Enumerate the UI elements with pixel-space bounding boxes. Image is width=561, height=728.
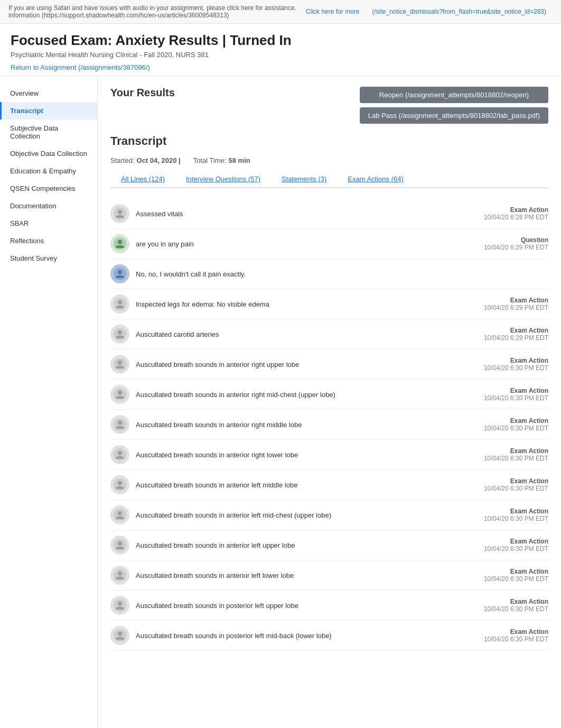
row-type: Exam Action (464, 357, 548, 364)
transcript-text: Auscultated breath sounds in anterior ri… (136, 391, 457, 399)
filter-tab-1[interactable]: Interview Questions (57) (175, 171, 271, 188)
row-type: Exam Action (464, 568, 548, 575)
filter-tab-2[interactable]: Statements (3) (271, 171, 337, 188)
lab-pass-button[interactable]: Lab Pass (/assignment_attempts/8018802/l… (360, 107, 548, 124)
transcript-row-meta: Question10/04/20 6:29 PM EDT (464, 236, 548, 251)
row-time: 10/04/20 6:30 PM EDT (464, 364, 548, 372)
transcript-row: Assessed vitalsExam Action10/04/20 6:28 … (110, 199, 548, 229)
row-time: 10/04/20 6:30 PM EDT (464, 575, 548, 583)
sidebar-item-objective[interactable]: Objective Data Collection (0, 145, 97, 162)
row-type: Exam Action (464, 417, 548, 425)
transcript-text: Assessed vitals (136, 210, 457, 218)
notice-bar: If you are using Safari and have issues … (0, 0, 561, 24)
action-buttons: Reopen (/assignment_attempts/8018802/reo… (360, 87, 548, 124)
results-title: Your Results (110, 87, 175, 99)
sidebar-item-overview[interactable]: Overview (0, 85, 97, 102)
row-time: 10/04/20 6:30 PM EDT (464, 605, 548, 613)
row-time: 10/04/20 6:30 PM EDT (464, 394, 548, 402)
sidebar-item-qsen[interactable]: QSEN Competencies (0, 180, 97, 197)
transcript-row: Auscultated breath sounds in anterior ri… (110, 349, 548, 380)
transcript-row-meta: Exam Action10/04/20 6:30 PM EDT (464, 477, 548, 492)
svg-point-1 (118, 210, 122, 214)
row-type: Exam Action (464, 206, 548, 214)
transcript-row-meta: Exam Action10/04/20 6:30 PM EDT (464, 357, 548, 372)
avatar (110, 626, 129, 645)
transcript-row: Auscultated breath sounds in anterior le… (110, 530, 548, 560)
sidebar-item-subjective[interactable]: Subjective Data Collection (0, 119, 97, 145)
page-title: Focused Exam: Anxiety Results | Turned I… (11, 32, 550, 49)
sidebar-item-documentation[interactable]: Documentation (0, 197, 97, 215)
svg-point-7 (118, 300, 122, 305)
svg-point-19 (118, 481, 122, 485)
row-type: Exam Action (464, 297, 548, 304)
filter-tab-0[interactable]: All Lines (124) (110, 171, 175, 188)
row-type: Exam Action (464, 327, 548, 334)
sidebar-item-reflections[interactable]: Reflections (0, 232, 97, 250)
transcript-text: No, no, I wouldn't call it pain exactly. (136, 270, 457, 278)
transcript-text: Inspected legs for edema: No visible ede… (136, 300, 457, 308)
row-type: Exam Action (464, 447, 548, 455)
avatar (110, 566, 129, 585)
transcript-text: Auscultated breath sounds in anterior ri… (136, 361, 457, 368)
sidebar-item-sbar[interactable]: SBAR (0, 215, 97, 232)
transcript-row-meta: Exam Action10/04/20 6:30 PM EDT (464, 568, 548, 583)
row-type: Exam Action (464, 628, 548, 635)
transcript-text: Auscultated breath sounds in anterior ri… (136, 421, 457, 429)
svg-point-17 (118, 451, 122, 455)
avatar (110, 536, 129, 555)
transcript-row-meta: Exam Action10/04/20 6:30 PM EDT (464, 628, 548, 643)
row-type: Exam Action (464, 538, 548, 545)
row-time: 10/04/20 6:29 PM EDT (464, 304, 548, 311)
transcript-list: Assessed vitalsExam Action10/04/20 6:28 … (110, 199, 548, 651)
page-header: Focused Exam: Anxiety Results | Turned I… (0, 24, 561, 76)
return-to-assignment-link[interactable]: Return to Assignment (/assignments/38709… (11, 63, 150, 71)
svg-point-27 (118, 602, 122, 606)
transcript-row-meta: Exam Action10/04/20 6:30 PM EDT (464, 447, 548, 462)
row-time: 10/04/20 6:30 PM EDT (464, 485, 548, 492)
row-time: 10/04/20 6:30 PM EDT (464, 515, 548, 522)
svg-point-5 (118, 270, 122, 274)
transcript-row: Auscultated carotid arteriesExam Action1… (110, 319, 548, 349)
transcript-section: Transcript Started: Oct 04, 2020 | Total… (110, 134, 548, 651)
reopen-button[interactable]: Reopen (/assignment_attempts/8018802/reo… (360, 87, 548, 103)
transcript-text: Auscultated breath sounds in anterior le… (136, 511, 457, 519)
row-time: 10/04/20 6:29 PM EDT (464, 334, 548, 342)
avatar (110, 325, 129, 344)
transcript-row-meta: Exam Action10/04/20 6:30 PM EDT (464, 508, 548, 522)
notice-dismiss-url: (/site_notice_dismissals?from_flash=true… (372, 8, 546, 15)
transcript-row-meta: Exam Action10/04/20 6:30 PM EDT (464, 598, 548, 613)
row-time: 10/04/20 6:30 PM EDT (464, 545, 548, 552)
svg-point-9 (118, 330, 122, 335)
transcript-text: Auscultated breath sounds in anterior le… (136, 481, 457, 489)
sidebar-item-survey[interactable]: Student Survey (0, 250, 97, 267)
transcript-text: Auscultated breath sounds in anterior ri… (136, 451, 457, 459)
row-type: Exam Action (464, 477, 548, 485)
notice-click-here-link[interactable]: Click here for more (306, 8, 359, 15)
svg-point-23 (118, 541, 122, 546)
avatar (110, 445, 129, 464)
transcript-row: Auscultated breath sounds in posterior l… (110, 621, 548, 651)
row-type: Exam Action (464, 598, 548, 605)
row-time: 10/04/20 6:30 PM EDT (464, 455, 548, 462)
row-type: Exam Action (464, 387, 548, 394)
transcript-row: Inspected legs for edema: No visible ede… (110, 289, 548, 319)
row-time: 10/04/20 6:30 PM EDT (464, 635, 548, 643)
sidebar-item-education[interactable]: Education & Empathy (0, 162, 97, 180)
svg-point-13 (118, 391, 122, 395)
row-type: Question (464, 236, 548, 244)
transcript-text: are you in any pain (136, 240, 457, 248)
avatar (110, 475, 129, 494)
filter-tab-3[interactable]: Exam Actions (64) (337, 171, 414, 188)
transcript-row-meta: Exam Action10/04/20 6:28 PM EDT (464, 206, 548, 221)
transcript-row: No, no, I wouldn't call it pain exactly. (110, 259, 548, 289)
started-value: Oct 04, 2020 | (137, 156, 181, 164)
started-label: Started: (110, 156, 135, 164)
transcript-row: Auscultated breath sounds in anterior le… (110, 560, 548, 591)
svg-point-25 (118, 572, 122, 576)
sidebar-item-transcript[interactable]: Transcript (0, 102, 97, 119)
svg-point-15 (118, 421, 122, 425)
avatar (110, 415, 129, 434)
row-time: 10/04/20 6:30 PM EDT (464, 425, 548, 432)
avatar (110, 234, 129, 253)
avatar (110, 294, 129, 314)
